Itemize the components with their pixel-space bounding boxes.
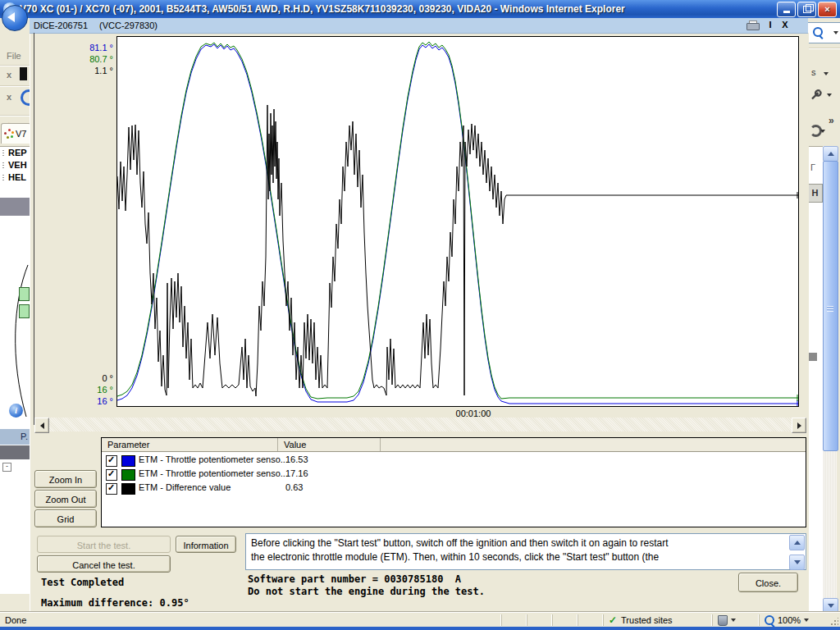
window-titlebar: e V70 XC (01-) / XC70 (-07), 2001, B5244…	[0, 0, 840, 18]
grip-icon	[2, 150, 4, 157]
partial-green-node	[19, 287, 30, 301]
horizontal-scrollbar-track[interactable]	[34, 418, 806, 431]
trusted-sites-label: Trusted sites	[621, 615, 673, 625]
print-icon[interactable]	[746, 21, 758, 30]
search-input[interactable]	[807, 22, 840, 43]
dice-title: DiCE-206751(VCC-297830)	[30, 21, 158, 30]
parameter-value: 0.63	[285, 482, 303, 492]
zoom-in-button[interactable]: Zoom In	[34, 470, 97, 488]
parameter-label: ETM - Throttle potentiometer senso...	[139, 468, 288, 478]
minimize-button[interactable]	[777, 2, 796, 17]
toolbar-item[interactable]: x	[7, 92, 11, 102]
close-icon: ×	[824, 4, 829, 14]
right-arrow-icon	[797, 422, 801, 429]
instructions-scroll-up-button[interactable]	[789, 535, 805, 550]
file-menu[interactable]: File	[7, 51, 21, 61]
thumb-ridges	[827, 306, 833, 312]
down-arrow-icon	[828, 604, 834, 608]
column-header-value[interactable]: Value	[278, 438, 381, 451]
series-color-swatch	[121, 455, 135, 467]
tools-wrench-icon[interactable]	[810, 89, 823, 102]
start-test-button[interactable]: Start the test.	[37, 536, 171, 553]
etm-chart-plot	[116, 36, 799, 407]
information-button[interactable]: Information	[176, 536, 236, 553]
nav-selected-bar	[0, 198, 30, 216]
dice-titlebar: DiCE-206751(VCC-297830) I X	[30, 18, 808, 34]
phishing-filter-icon	[718, 615, 728, 626]
partial-nav-bar: P.	[0, 429, 30, 445]
zoom-lens-icon	[765, 615, 774, 625]
parameter-table: Parameter Value ✓ ETM - Throttle potenti…	[101, 437, 806, 527]
info-ball-icon[interactable]: i	[9, 404, 23, 418]
down-arrow-icon	[794, 560, 801, 564]
y-axis-label: 81.1 °	[49, 43, 113, 52]
search-dropdown-caret-icon[interactable]	[833, 31, 838, 34]
instructions-textbox[interactable]: Before clicking the "Start test" button,…	[245, 533, 806, 570]
chart-region-border	[34, 33, 34, 425]
page-zoom-cell[interactable]: 100%	[759, 614, 840, 626]
scroll-up-button[interactable]	[823, 146, 838, 162]
zoom-out-button[interactable]: Zoom Out	[34, 490, 97, 508]
browser-tab[interactable]: V7	[1, 123, 31, 144]
dropdown-caret-icon[interactable]	[731, 619, 736, 622]
series-color-swatch	[121, 469, 135, 481]
parameter-label: ETM - Difference value	[139, 482, 231, 492]
test-status-text: Test Completed	[41, 577, 124, 588]
dropdown-caret-icon[interactable]	[824, 72, 829, 75]
chart-series-line	[117, 42, 798, 399]
parameter-value: 17.16	[285, 468, 308, 478]
dice-close-button[interactable]: X	[779, 19, 791, 31]
scroll-right-button[interactable]	[792, 418, 806, 433]
scroll-left-button[interactable]	[34, 418, 49, 433]
tree-collapse-toggle[interactable]: -	[2, 463, 11, 472]
column-header-parameter[interactable]: Parameter	[102, 438, 278, 451]
check-icon: ✓	[107, 468, 115, 479]
nav-item-help[interactable]: HEL	[0, 171, 30, 184]
dropdown-caret-icon[interactable]	[804, 619, 809, 622]
status-cell	[578, 614, 603, 626]
resize-grip[interactable]	[830, 618, 838, 626]
instructions-scroll-down-button[interactable]	[789, 555, 805, 570]
parameter-label: ETM - Throttle potentiometer senso...	[139, 454, 288, 464]
grip-icon	[2, 175, 4, 181]
back-button[interactable]	[2, 5, 28, 31]
partial-marker	[809, 353, 817, 361]
vida-nav-panel: REP VEH HEL	[0, 146, 30, 198]
row-checkbox[interactable]: ✓	[106, 455, 117, 467]
table-row[interactable]: ✓ ETM - Throttle potentiometer senso... …	[102, 454, 806, 468]
close-window-button[interactable]: ×	[818, 2, 837, 17]
more-toolbar-chevron[interactable]: »	[829, 115, 834, 126]
security-zone-cell[interactable]: ✓ Trusted sites	[603, 614, 712, 626]
back-arrow-icon	[7, 12, 15, 22]
row-checkbox[interactable]: ✓	[106, 469, 117, 481]
vertical-scrollbar-thumb[interactable]	[823, 161, 838, 451]
dropdown-caret-icon[interactable]	[820, 130, 825, 133]
phishing-filter-cell[interactable]	[712, 614, 759, 626]
partial-toolbar-text[interactable]: s	[811, 67, 816, 77]
status-cell	[527, 614, 552, 626]
table-row[interactable]: ✓ ETM - Throttle potentiometer senso... …	[102, 468, 806, 482]
max-difference-text: Maximum difference: 0.95°	[41, 597, 189, 609]
grid-button[interactable]: Grid	[34, 509, 97, 527]
nav-item-report[interactable]: REP	[0, 147, 30, 159]
page-background-strip	[807, 146, 823, 613]
y-axis-label: 16 °	[49, 385, 113, 395]
status-cell	[501, 614, 527, 626]
divider	[0, 65, 30, 66]
status-cell	[552, 614, 578, 626]
dice-info-button[interactable]: I	[765, 19, 776, 31]
close-dialog-button[interactable]: Close.	[738, 573, 798, 592]
trusted-check-icon: ✓	[609, 614, 617, 626]
instructions-text: Before clicking the "Start test" button,…	[251, 536, 784, 564]
up-arrow-icon	[828, 152, 834, 156]
table-row[interactable]: ✓ ETM - Difference value 0.63	[102, 482, 806, 495]
row-checkbox[interactable]: ✓	[106, 483, 117, 495]
screen: e V70 XC (01-) / XC70 (-07), 2001, B5244…	[0, 0, 840, 630]
toolbar-item[interactable]: x	[7, 70, 11, 80]
y-axis-label: 80.7 °	[49, 54, 113, 64]
nav-item-vehicle[interactable]: VEH	[0, 159, 30, 171]
cancel-test-button[interactable]: Cancel the test.	[37, 555, 171, 573]
dropdown-caret-icon[interactable]	[827, 94, 832, 97]
restore-button[interactable]	[797, 2, 816, 17]
partial-tab[interactable]: H	[807, 184, 823, 203]
